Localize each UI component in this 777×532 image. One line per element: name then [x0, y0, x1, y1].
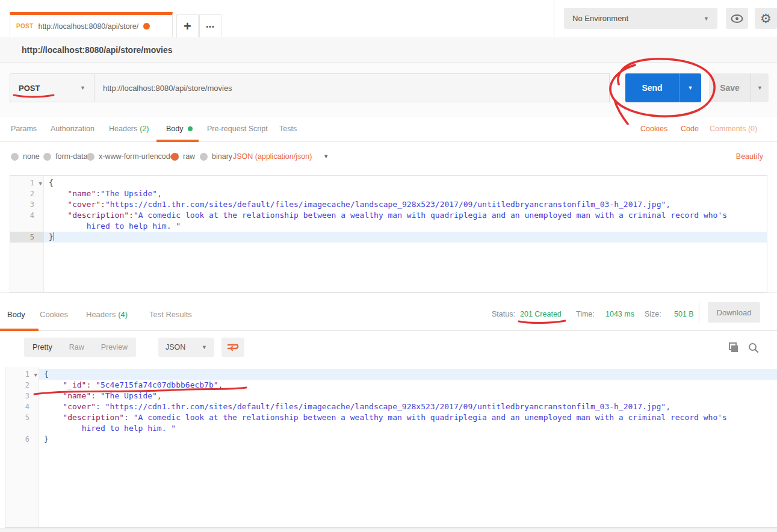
tab-pre-request-script[interactable]: Pre-request Script [207, 125, 268, 133]
unsaved-changes-dot-icon [143, 23, 150, 29]
mode-binary[interactable]: binary [200, 152, 232, 161]
code-line[interactable]: 3 "name": "The Upside", [5, 391, 777, 401]
mode-none[interactable]: none [11, 152, 40, 161]
settings-button[interactable]: ⚙ [755, 8, 777, 29]
response-toolbar: Pretty Raw Preview JSON ▼ [0, 331, 777, 367]
code-line[interactable]: 5 "description": "A comedic look at the … [5, 412, 777, 423]
code-line[interactable]: 4 "description":"A comedic look at the r… [10, 210, 767, 221]
radio-icon [87, 153, 94, 161]
code-line[interactable]: 3 "cover":"https://cdn1.thr.com/sites/de… [10, 199, 767, 210]
response-body-editor[interactable]: 1▼{2 "_id": "5c4e715fa74c07dbbb6ecb7b",3… [5, 367, 777, 528]
line-number: 1▼ [5, 369, 39, 380]
send-options-button[interactable]: ▼ [679, 73, 701, 102]
view-preview[interactable]: Preview [93, 343, 136, 351]
request-editor-lines: 1▼{2 "name":"The Upside",3 "cover":"http… [10, 178, 767, 243]
code-link[interactable]: Code [681, 125, 699, 133]
chevron-down-icon: ▼ [688, 85, 693, 91]
code-line[interactable]: hired to help him. " [5, 423, 777, 434]
code-line[interactable]: 1▼{ [5, 369, 777, 380]
line-number: 5 [10, 232, 44, 243]
response-tab-headers[interactable]: Headers(4) [86, 310, 128, 319]
mode-form-data-label: form-data [55, 152, 88, 161]
chevron-down-icon: ▼ [323, 153, 329, 159]
send-button[interactable]: Send [625, 73, 679, 102]
code-text: "cover": "https://cdn1.thr.com/sites/def… [39, 401, 777, 412]
request-body-editor[interactable]: 1▼{2 "name":"The Upside",3 "cover":"http… [10, 175, 767, 292]
code-line[interactable]: 5} [10, 232, 767, 243]
content-type-dropdown[interactable]: JSON (application/json) ▼ [233, 152, 329, 161]
mode-raw-label: raw [183, 152, 195, 161]
environment-quick-look-button[interactable] [726, 8, 748, 29]
response-tab-test-results[interactable]: Test Results [149, 310, 192, 319]
line-number: 4 [10, 210, 44, 221]
time-label: Time: [576, 310, 595, 318]
mode-form-data[interactable]: form-data [43, 152, 88, 161]
new-tab-button[interactable]: + [176, 14, 199, 37]
tab-tests[interactable]: Tests [279, 125, 297, 133]
line-number: 3 [10, 199, 44, 210]
method-value: POST [19, 84, 40, 93]
radio-icon [11, 153, 19, 161]
response-view-switch: Pretty Raw Preview [24, 338, 136, 357]
environment-selector[interactable]: No Environment ▼ [564, 8, 717, 29]
save-options-button[interactable]: ▼ [751, 73, 769, 102]
line-number: 3 [5, 391, 39, 401]
chevron-down-icon: ▼ [80, 85, 85, 91]
beautify-link[interactable]: Beautify [736, 152, 763, 161]
save-button[interactable]: Save [709, 73, 751, 102]
tab-body[interactable]: Body [166, 125, 193, 133]
cookies-link[interactable]: Cookies [640, 125, 667, 133]
code-line[interactable]: 2 "_id": "5c4e715fa74c07dbbb6ecb7b", [5, 380, 777, 391]
code-text: { [44, 178, 767, 188]
code-line[interactable]: 1▼{ [10, 178, 767, 188]
tab-params[interactable]: Params [11, 125, 37, 133]
top-tab-bar: POST http://localhost:8080/api/store/ + … [0, 0, 777, 37]
code-text: "description": "A comedic look at the re… [39, 412, 777, 423]
method-dropdown[interactable]: POST ▼ [10, 73, 94, 102]
response-headers-count-badge: (4) [118, 310, 128, 319]
response-format-value: JSON [166, 343, 185, 351]
size-value: 501 B [674, 310, 694, 318]
download-button[interactable]: Download [708, 302, 760, 323]
gear-icon: ⚙ [760, 12, 772, 25]
time-value: 1043 ms [605, 310, 634, 318]
response-tab-cookies[interactable]: Cookies [40, 310, 68, 319]
tab-options-button[interactable]: ••• [199, 14, 221, 37]
copy-response-button[interactable] [726, 341, 740, 355]
comments-link[interactable]: Comments (0) [710, 125, 757, 133]
response-tab-body[interactable]: Body [7, 310, 25, 319]
code-line[interactable]: hired to help him. " [10, 221, 767, 232]
view-pretty[interactable]: Pretty [24, 343, 61, 351]
fold-caret-icon[interactable]: ▼ [34, 370, 37, 380]
line-number: 4 [5, 401, 39, 412]
search-response-button[interactable] [746, 341, 761, 355]
mode-urlencoded[interactable]: x-www-form-urlencoded [87, 152, 179, 161]
mode-raw[interactable]: raw [171, 152, 195, 161]
response-tab-headers-label: Headers [86, 310, 116, 319]
body-mode-row: none form-data x-www-form-urlencoded raw… [0, 142, 777, 175]
wrap-lines-button[interactable] [221, 338, 244, 357]
code-text: "_id": "5c4e715fa74c07dbbb6ecb7b", [39, 380, 777, 391]
tab-headers[interactable]: Headers(2) [109, 125, 149, 133]
radio-selected-icon [171, 153, 179, 161]
code-line[interactable]: 6} [5, 434, 777, 445]
code-line[interactable]: 4 "cover": "https://cdn1.thr.com/sites/d… [5, 401, 777, 412]
request-title: http://localhost:8080/api/store/movies [22, 45, 173, 55]
view-raw[interactable]: Raw [61, 343, 93, 351]
code-text: } [44, 232, 767, 243]
code-text: hired to help him. " [44, 221, 767, 232]
fold-caret-icon[interactable]: ▼ [39, 178, 42, 189]
status-value: 201 Created [520, 310, 562, 318]
response-meta-row: Body Cookies Headers(4) Test Results Sta… [0, 292, 777, 331]
code-text: "description":"A comedic look at the rel… [44, 210, 767, 221]
tab-authorization[interactable]: Authorization [51, 125, 94, 133]
code-text: "name": "The Upside", [39, 391, 777, 401]
line-number: 1▼ [10, 178, 44, 188]
url-input[interactable] [94, 73, 610, 102]
request-tab[interactable]: POST http://localhost:8080/api/store/ [10, 12, 173, 37]
tab-url-label: http://localhost:8080/api/store/ [38, 22, 138, 31]
search-icon [748, 342, 759, 353]
code-line[interactable]: 2 "name":"The Upside", [10, 188, 767, 199]
mode-urlencoded-label: x-www-form-urlencoded [99, 152, 179, 161]
response-format-dropdown[interactable]: JSON ▼ [158, 338, 214, 357]
